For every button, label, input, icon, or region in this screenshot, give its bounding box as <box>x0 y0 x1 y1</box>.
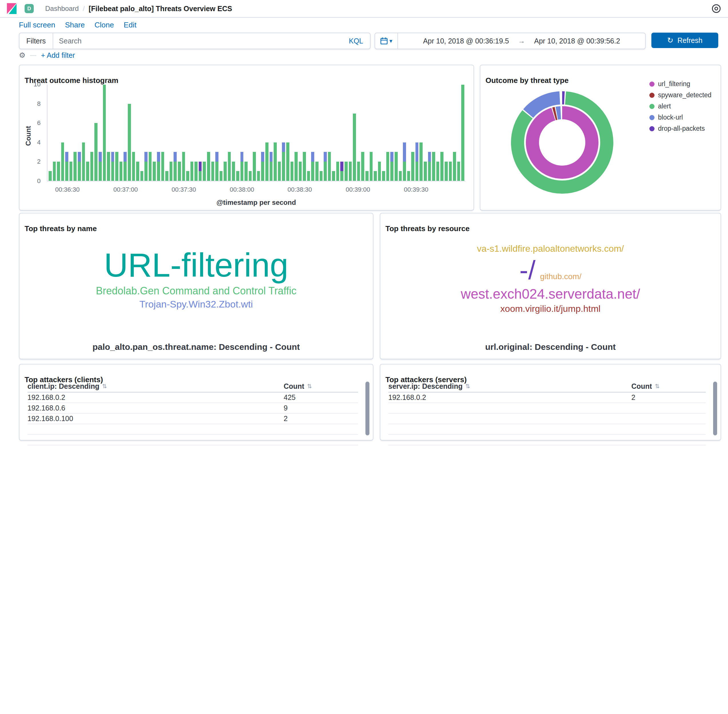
sort-icon[interactable]: ⇅ <box>102 383 107 390</box>
column-header[interactable]: client.ip: Descending⇅ <box>27 382 284 390</box>
histogram-bar[interactable] <box>311 85 314 181</box>
histogram-bar[interactable] <box>386 85 389 181</box>
histogram-bar[interactable] <box>186 85 189 181</box>
histogram-bar[interactable] <box>78 85 81 181</box>
add-filter-button[interactable]: + Add filter <box>41 51 75 60</box>
histogram-bar[interactable] <box>215 85 219 181</box>
histogram-bar[interactable] <box>270 85 273 181</box>
histogram-bar[interactable] <box>370 85 373 181</box>
histogram-bar[interactable] <box>295 85 298 181</box>
histogram-bar[interactable] <box>336 85 339 181</box>
histogram-bar[interactable] <box>349 85 352 181</box>
histogram-bar[interactable] <box>419 85 422 181</box>
histogram-bar[interactable] <box>265 85 268 181</box>
histogram-bar[interactable] <box>65 85 68 181</box>
histogram-bar[interactable] <box>249 85 252 181</box>
histogram-bar[interactable] <box>49 85 52 181</box>
histogram-bar[interactable] <box>282 85 285 181</box>
histogram-bar[interactable] <box>395 85 398 181</box>
histogram-bar[interactable] <box>111 85 114 181</box>
legend-item-spyware_detected[interactable]: spyware_detected <box>649 91 712 99</box>
tag-word[interactable]: -/ <box>520 256 536 284</box>
tag-word[interactable]: URL-filtering <box>104 248 289 283</box>
histogram-bar[interactable] <box>69 85 73 181</box>
histogram-bar[interactable] <box>324 85 327 181</box>
histogram-bar[interactable] <box>199 85 202 181</box>
histogram-bar[interactable] <box>365 85 368 181</box>
sort-icon[interactable]: ⇅ <box>655 383 660 390</box>
histogram-bar[interactable] <box>428 85 431 181</box>
filters-menu-button[interactable]: Filters <box>19 33 53 49</box>
histogram-bar[interactable] <box>407 85 410 181</box>
histogram-bar[interactable] <box>207 85 210 181</box>
histogram-bar[interactable] <box>107 85 110 181</box>
histogram-bar[interactable] <box>278 85 281 181</box>
histogram-bar[interactable] <box>440 85 443 181</box>
histogram-bar[interactable] <box>240 85 244 181</box>
histogram-bar[interactable] <box>136 85 139 181</box>
histogram-bar[interactable] <box>286 85 289 181</box>
histogram-bar[interactable] <box>340 85 343 181</box>
histogram-bar[interactable] <box>169 85 173 181</box>
histogram-bar[interactable] <box>424 85 427 181</box>
donut-slice-url_filtering[interactable] <box>532 113 592 172</box>
tag-word[interactable]: xoom.virgilio.it/jump.html <box>500 304 601 314</box>
kql-toggle[interactable]: KQL <box>342 37 370 45</box>
histogram-bar[interactable] <box>86 85 89 181</box>
histogram-bar[interactable] <box>82 85 85 181</box>
histogram-bar[interactable] <box>357 85 360 181</box>
histogram-bar[interactable] <box>315 85 319 181</box>
date-picker-menu-button[interactable]: ▾ <box>375 33 398 49</box>
tag-word[interactable]: Trojan-Spy.Win32.Zbot.wti <box>139 300 253 310</box>
histogram-bar[interactable] <box>149 85 152 181</box>
histogram-bar[interactable] <box>236 85 239 181</box>
histogram-bar[interactable] <box>415 85 419 181</box>
gear-icon[interactable]: ⚙ <box>19 51 25 60</box>
refresh-button[interactable]: ↻ Refresh <box>652 33 718 48</box>
histogram-bar[interactable] <box>232 85 235 181</box>
search-input[interactable] <box>53 37 342 45</box>
histogram-bar[interactable] <box>53 85 56 181</box>
legend-item-drop-all-packets[interactable]: drop-all-packets <box>649 125 712 132</box>
histogram-bar[interactable] <box>90 85 93 181</box>
histogram-bar[interactable] <box>453 85 456 181</box>
kibana-logo[interactable] <box>7 3 16 14</box>
share-button[interactable]: Share <box>65 21 85 30</box>
histogram-bar[interactable] <box>261 85 264 181</box>
breadcrumb-dashboard-link[interactable]: Dashboard <box>45 4 79 13</box>
column-header[interactable]: Count⇅ <box>631 382 706 390</box>
histogram-bar[interactable] <box>303 85 306 181</box>
legend-item-alert[interactable]: alert <box>649 102 712 110</box>
histogram-bar[interactable] <box>307 85 310 181</box>
histogram-bar[interactable] <box>73 85 76 181</box>
histogram-bar[interactable] <box>144 85 148 181</box>
tag-word[interactable]: github.com/ <box>540 272 581 280</box>
histogram-bar[interactable] <box>195 85 198 181</box>
histogram-bar[interactable] <box>432 85 435 181</box>
histogram-bar[interactable] <box>157 85 160 181</box>
legend-item-url_filtering[interactable]: url_filtering <box>649 80 712 88</box>
histogram-bar[interactable] <box>57 85 60 181</box>
histogram-bar[interactable] <box>153 85 156 181</box>
histogram-bar[interactable] <box>165 85 168 181</box>
histogram-bar[interactable] <box>244 85 248 181</box>
histogram-bar[interactable] <box>228 85 231 181</box>
histogram-bar[interactable] <box>353 85 356 181</box>
edit-button[interactable]: Edit <box>124 21 136 30</box>
sort-icon[interactable]: ⇅ <box>466 383 470 390</box>
histogram-bar[interactable] <box>120 85 123 181</box>
histogram-bar[interactable] <box>390 85 394 181</box>
histogram-bar[interactable] <box>257 85 260 181</box>
histogram-bar[interactable] <box>449 85 452 181</box>
histogram-bar[interactable] <box>141 85 144 181</box>
histogram-bar[interactable] <box>182 85 185 181</box>
full-screen-button[interactable]: Full screen <box>19 21 55 30</box>
histogram-bar[interactable] <box>299 85 302 181</box>
target-icon[interactable] <box>712 4 721 14</box>
histogram-bar[interactable] <box>374 85 377 181</box>
histogram-bar[interactable] <box>291 85 294 181</box>
tag-word[interactable]: va-s1.wildfire.paloaltonetworks.com/ <box>477 244 624 254</box>
histogram-bar[interactable] <box>115 85 118 181</box>
histogram-bar[interactable] <box>132 85 135 181</box>
scrollbar-thumb[interactable] <box>713 382 717 435</box>
